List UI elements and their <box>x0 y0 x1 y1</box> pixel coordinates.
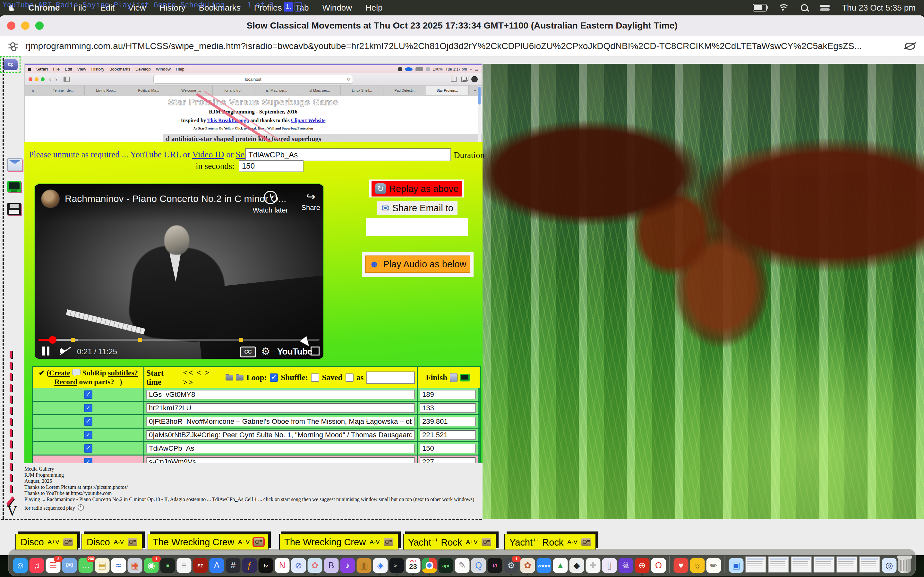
wifi-icon[interactable] <box>779 4 788 11</box>
play-audio-button[interactable]: ☻ Play Audio as below <box>365 255 470 273</box>
dock-icon-textedit[interactable]: ≡ <box>177 558 192 573</box>
dock-icon-keypad[interactable]: # <box>226 558 241 573</box>
dock-icon-podcasts[interactable]: ♪ <box>341 558 355 573</box>
dock-icon-notes[interactable]: ▤ <box>95 558 110 573</box>
captions-button[interactable]: CC <box>240 347 256 358</box>
song-checkbox[interactable] <box>84 390 92 399</box>
song-id-input[interactable] <box>146 430 415 440</box>
minimized-window-thumbnail[interactable] <box>814 556 835 573</box>
minimized-window-thumbnail[interactable] <box>791 556 812 573</box>
dock-icon-music[interactable]: ♫ <box>29 558 44 573</box>
pause-button[interactable] <box>42 347 50 356</box>
dock-icon-cards[interactable]: ♥ <box>674 558 688 573</box>
duration-input[interactable] <box>239 160 304 172</box>
dock-icon-white-app[interactable]: ✚ <box>586 558 601 573</box>
finish-seconds-input[interactable] <box>420 390 476 400</box>
dock-icon-sketch[interactable]: ✏ <box>706 558 721 573</box>
dock-icon-bbedit[interactable]: B <box>324 558 339 573</box>
minimized-window-thumbnail[interactable] <box>859 556 880 573</box>
dock-icon-calendar[interactable]: 23OCT <box>406 558 421 573</box>
email-doc-icon[interactable] <box>7 158 23 171</box>
control-center-icon[interactable] <box>820 5 830 11</box>
dock-icon-wave[interactable]: ≈ <box>111 558 126 573</box>
mini-tab[interactable]: for and fro... <box>213 85 255 95</box>
dock-icon-terminal-box[interactable]: ▪ <box>160 558 175 573</box>
watch-later-button[interactable]: Watch later <box>253 191 288 214</box>
minimized-window-thumbnail[interactable] <box>745 556 766 573</box>
dock-icon-pages[interactable]: ✎ <box>455 558 470 573</box>
monitor-doc-icon[interactable] <box>7 181 21 192</box>
window-titlebar[interactable]: Slow Classical Movements at Thu Oct 23 2… <box>0 15 924 36</box>
mini-tab[interactable]: jsf Map, per... <box>298 85 341 95</box>
dock-icon-zoom[interactable]: zoom <box>537 558 551 573</box>
progress-bar[interactable] <box>39 339 320 341</box>
create-link[interactable]: Create <box>49 369 70 377</box>
channel-avatar[interactable] <box>41 189 60 208</box>
spotlight-search-icon[interactable] <box>801 4 808 11</box>
mini-tab[interactable]: Welcome -... <box>170 85 213 95</box>
song-checkbox[interactable] <box>84 444 92 453</box>
dock-icon-mail[interactable]: ✉ <box>62 558 77 573</box>
genre-button-disco-a-v[interactable]: DiscoA-V <box>81 534 142 550</box>
mini-tab[interactable]: Terrine - de... <box>42 85 85 95</box>
dock-icon-messages[interactable]: …206 <box>79 558 94 573</box>
dock-icon-box-blue[interactable]: ▣ <box>729 558 744 573</box>
minimized-window-thumbnail[interactable] <box>768 556 789 573</box>
url-bar[interactable]: rjmprogramming.com.au/HTMLCSS/swipe_medi… <box>0 36 924 56</box>
dock-icon-safari[interactable]: ◈ <box>373 558 388 573</box>
folder-icon[interactable] <box>236 375 243 380</box>
dock-icon-facetime[interactable]: ◉1 <box>144 558 159 573</box>
dock-icon-app-store[interactable]: A <box>210 558 224 573</box>
mini-tab[interactable]: jsf Map, per... <box>255 85 298 95</box>
progress-scrubber[interactable] <box>49 336 57 343</box>
mini-tab[interactable]: js <box>25 85 42 95</box>
song-checkbox[interactable] <box>84 431 92 439</box>
url-text[interactable]: rjmprogramming.com.au/HTMLCSS/swipe_medi… <box>26 41 862 51</box>
dock-icon-paint[interactable]: ✿ <box>520 558 535 573</box>
dock-icon-mini-globe[interactable]: ◎ <box>882 558 897 573</box>
replay-button[interactable]: ↻ Replay as above <box>372 181 462 197</box>
genre-button-yacht-a+v[interactable]: Yacht++ RockA+V <box>403 534 496 550</box>
dock-icon-compass-red[interactable]: ⊕ <box>635 558 650 573</box>
genre-button-the-wrecking-crew-a+v[interactable]: The Wrecking CrewA+V <box>148 534 268 550</box>
song-id-input[interactable] <box>146 403 415 413</box>
eye-off-icon[interactable] <box>904 42 916 50</box>
record-link[interactable]: Record <box>54 378 78 386</box>
genre-button-disco-a+v[interactable]: DiscoA+V <box>15 534 78 550</box>
minimized-window-thumbnail[interactable] <box>837 556 858 573</box>
song-id-input[interactable] <box>146 390 415 400</box>
mini-tab[interactable]: Political Ma... <box>128 85 170 95</box>
dock-icon-lightbulb[interactable]: ☼ <box>690 558 705 573</box>
dock-icon-finder[interactable]: ☺ <box>13 558 28 573</box>
share-button[interactable]: ↪ Share <box>301 191 320 212</box>
dock-icon-chrome[interactable] <box>422 558 437 573</box>
mini-scrollbar[interactable] <box>478 85 481 142</box>
mini-tab[interactable]: iPad Detecti... <box>383 85 426 95</box>
finish-seconds-input[interactable] <box>420 403 476 413</box>
loop-checkbox[interactable] <box>270 374 278 382</box>
finish-seconds-input[interactable] <box>420 417 476 426</box>
dock-icon-photos[interactable]: ✿ <box>308 558 322 573</box>
mini-tab[interactable]: Linux Shell... <box>341 85 383 95</box>
mini-tab[interactable]: Living Roo... <box>85 85 128 95</box>
dock-icon-device[interactable]: ▯ <box>602 558 617 573</box>
menubar-item-help[interactable]: Help <box>365 3 383 13</box>
song-checkbox[interactable] <box>84 417 92 426</box>
dock-icon-news[interactable]: N <box>275 558 290 573</box>
dock-icon-skull[interactable]: ☠ <box>619 558 633 573</box>
battery-icon[interactable] <box>753 4 767 11</box>
folder-icon[interactable] <box>226 375 233 380</box>
saved-as-input[interactable] <box>367 372 415 384</box>
dock-icon-reminders[interactable]: ☰3 <box>46 558 61 573</box>
subtitles-link[interactable]: subtitles? <box>108 369 137 377</box>
shuffle-checkbox[interactable] <box>311 374 319 382</box>
site-settings-icon[interactable] <box>8 42 18 50</box>
settings-gear-icon[interactable]: ⚙ <box>261 345 270 358</box>
dock-icon-terminal-green[interactable]: api <box>439 558 453 573</box>
menubar-clock[interactable]: Thu 23 Oct 5:35 pm <box>842 3 916 13</box>
dock-icon-terminal[interactable]: >_ <box>389 558 404 573</box>
muted-volume-button[interactable] <box>60 347 71 355</box>
video-id-link[interactable]: Video ID <box>192 150 224 159</box>
share-email-button[interactable]: ✉ Share Email to <box>377 201 457 215</box>
dock-icon-opera[interactable]: O <box>651 558 666 573</box>
